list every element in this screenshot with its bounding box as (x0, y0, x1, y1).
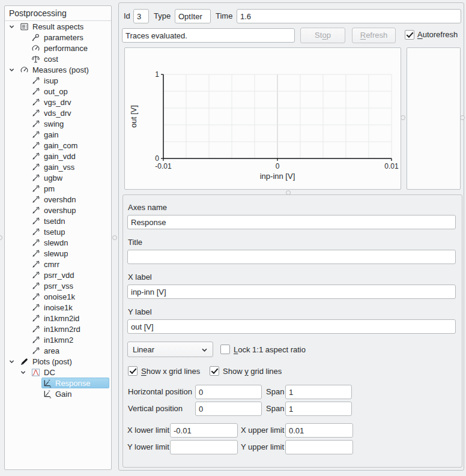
tree-item-ugbw[interactable]: ugbw (5, 172, 111, 183)
splitter-handle[interactable] (0, 235, 2, 240)
tree-item-tsetdn[interactable]: tsetdn (5, 215, 111, 226)
tree-item-psrr-vdd[interactable]: psrr_vdd (5, 270, 111, 280)
refresh-button[interactable]: Refresh (352, 28, 396, 43)
measure-icon (31, 292, 40, 301)
expand-chevron-icon[interactable] (20, 367, 30, 378)
tree-item-onoise1k[interactable]: onoise1k (5, 291, 111, 302)
tree-item-vgs-drv[interactable]: vgs_drv (5, 97, 111, 107)
tree-item-parameters[interactable]: parameters (5, 32, 111, 43)
status-field[interactable] (122, 28, 295, 43)
tree-item-area[interactable]: area (5, 345, 111, 356)
scale-select[interactable]: Linear (127, 342, 213, 357)
tree-item-label: overshdn (44, 195, 76, 204)
vertical-position-field[interactable] (195, 402, 262, 416)
pencil-icon (20, 357, 29, 366)
horizontal-position-label: Horizontal position (128, 387, 192, 397)
tree-item-label: out_op (44, 87, 68, 96)
vertical-span-label: Span (266, 404, 284, 414)
tree-item-isup[interactable]: isup (5, 75, 111, 86)
tree-item-vds-drv[interactable]: vds_drv (5, 107, 111, 118)
chevron-spacer (31, 388, 41, 399)
splitter-handle[interactable] (401, 115, 405, 120)
plot-canvas-panel[interactable]: -0.0100.0101inp-inn [V]out [V] (124, 47, 401, 190)
tree-item-slewup[interactable]: slewup (5, 248, 111, 259)
tree-item-measures-post[interactable]: Measures (post) (5, 64, 111, 75)
tree-item-psrr-vss[interactable]: psrr_vss (5, 280, 111, 291)
tree-item-label: tsetdn (44, 217, 65, 226)
tree-item-gain-vdd[interactable]: gain_vdd (5, 151, 111, 161)
expand-chevron-icon[interactable] (8, 21, 19, 32)
axes-name-field[interactable] (127, 215, 456, 229)
tree-item-label: psrr_vdd (44, 271, 74, 280)
curve-icon (31, 368, 40, 377)
horizontal-position-field[interactable] (195, 385, 262, 399)
measure-icon (31, 336, 40, 345)
tree-item-result-aspects[interactable]: Result aspects (5, 21, 111, 32)
tree-item-tsetup[interactable]: tsetup (5, 226, 111, 237)
tree-item-pm[interactable]: pm (5, 183, 111, 194)
scale-select-value: Linear (133, 345, 154, 354)
tree-item-response[interactable]: Response (5, 378, 111, 388)
tree-item-overshup[interactable]: overshup (5, 205, 111, 215)
x-lower-limit-label: X lower limit (127, 426, 169, 435)
tree-item-cost[interactable]: cost (5, 53, 111, 64)
stop-button[interactable]: Stop (300, 28, 345, 43)
y-lower-limit-field[interactable] (170, 440, 238, 454)
tree-item-cmrr[interactable]: cmrr (5, 259, 111, 270)
time-field[interactable] (237, 9, 461, 23)
chevron-spacer (20, 270, 30, 280)
tree-item-label: parameters (44, 33, 83, 42)
tree-item-performance[interactable]: performance (5, 43, 111, 53)
measure-icon (31, 346, 40, 355)
title-field[interactable] (127, 250, 456, 264)
y-upper-limit-field[interactable] (285, 440, 353, 454)
tree-item-label: gain (44, 130, 59, 139)
axes-name-label: Axes name (128, 203, 167, 212)
id-field[interactable] (133, 9, 149, 23)
tree-item-in1kmn2id[interactable]: in1kmn2id (5, 313, 111, 324)
expand-chevron-icon[interactable] (8, 64, 19, 75)
splitter-handle[interactable] (286, 190, 291, 195)
measure-icon (31, 238, 40, 247)
chevron-spacer (20, 205, 30, 215)
tree-item-in1kmn2rd[interactable]: in1kmn2rd (5, 324, 111, 334)
splitter-handle[interactable] (112, 235, 117, 240)
tree-item-gain-vss[interactable]: gain_vss (5, 161, 111, 172)
x-upper-limit-field[interactable] (285, 423, 353, 438)
horizontal-span-label: Span (266, 387, 284, 397)
tree-item-label: area (44, 346, 59, 355)
show-x-grid-checkbox[interactable] (128, 366, 138, 376)
tree-item-overshdn[interactable]: overshdn (5, 194, 111, 205)
tree-item-dc[interactable]: DC (5, 367, 111, 378)
expand-chevron-icon[interactable] (8, 356, 19, 367)
tree-item-label: inoise1k (44, 303, 73, 312)
y-label-field[interactable] (127, 319, 456, 334)
tree-item-in1kmn2[interactable]: in1kmn2 (5, 334, 111, 345)
tree-item-slewdn[interactable]: slewdn (5, 237, 111, 248)
tree-item-plots-post[interactable]: Plots (post) (5, 356, 111, 367)
tree-item-out-op[interactable]: out_op (5, 86, 111, 97)
show-y-grid-checkbox[interactable] (210, 366, 219, 376)
chevron-spacer (20, 280, 30, 291)
postprocessing-tree: Result aspectsparametersperformancecostM… (5, 21, 111, 469)
horizontal-span-field[interactable] (285, 385, 352, 399)
tree-item-gain[interactable]: gain (5, 129, 111, 140)
chevron-spacer (20, 259, 30, 270)
lock-aspect-checkbox[interactable] (220, 345, 230, 354)
type-field[interactable] (175, 9, 211, 23)
autorefresh-checkbox[interactable] (405, 30, 414, 40)
tree-item-label: overshup (44, 206, 76, 215)
vertical-span-field[interactable] (285, 402, 352, 416)
tree-item-label: DC (44, 368, 55, 377)
tree-item-inoise1k[interactable]: inoise1k (5, 302, 111, 313)
measure-icon (31, 303, 40, 312)
tree-item-gain-com[interactable]: gain_com (5, 140, 111, 151)
chevron-spacer (20, 226, 30, 237)
x-lower-limit-field[interactable] (170, 423, 238, 438)
x-label-field[interactable] (127, 285, 456, 299)
tree-item-swing[interactable]: swing (5, 118, 111, 129)
tree-item-gain[interactable]: Gain (5, 388, 111, 399)
tree-item-label: psrr_vss (44, 282, 73, 291)
splitter-handle[interactable] (460, 115, 465, 120)
autorefresh-label: Autorefresh (417, 30, 458, 40)
